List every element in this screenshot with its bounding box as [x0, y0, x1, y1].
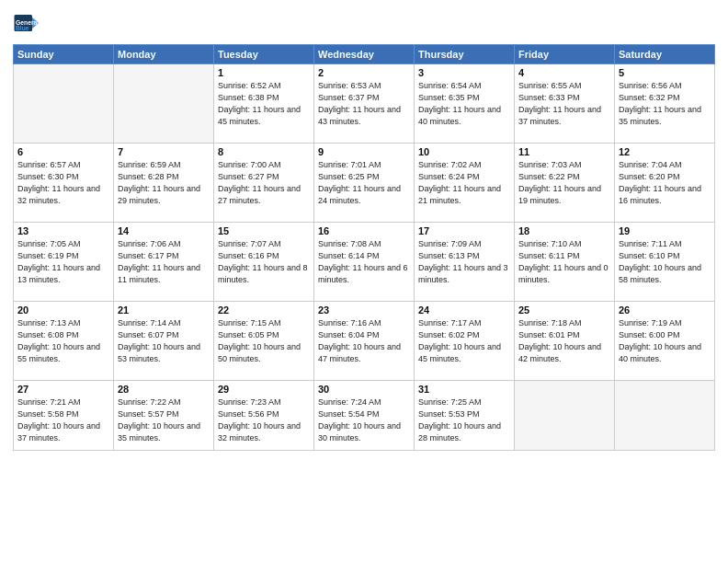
logo: General Blue	[13, 9, 43, 37]
calendar-day-cell: 8Sunrise: 7:00 AMSunset: 6:27 PMDaylight…	[214, 144, 314, 223]
day-info: Sunrise: 7:21 AMSunset: 5:58 PMDaylight:…	[17, 396, 109, 444]
day-info: Sunrise: 7:13 AMSunset: 6:08 PMDaylight:…	[17, 317, 109, 365]
day-info: Sunrise: 7:14 AMSunset: 6:07 PMDaylight:…	[118, 317, 210, 365]
calendar-day-cell: 13Sunrise: 7:05 AMSunset: 6:19 PMDayligh…	[14, 223, 114, 302]
day-number: 24	[418, 304, 510, 316]
page: General Blue SundayMondayTuesdayWednesda…	[0, 0, 728, 563]
calendar-day-cell: 1Sunrise: 6:52 AMSunset: 6:38 PMDaylight…	[214, 64, 314, 144]
calendar-day-cell	[615, 381, 715, 451]
calendar-day-cell: 20Sunrise: 7:13 AMSunset: 6:08 PMDayligh…	[14, 302, 114, 381]
calendar-day-cell: 16Sunrise: 7:08 AMSunset: 6:14 PMDayligh…	[314, 223, 415, 302]
day-number: 6	[17, 146, 109, 157]
day-info: Sunrise: 7:05 AMSunset: 6:19 PMDaylight:…	[17, 238, 109, 286]
calendar-day-cell: 28Sunrise: 7:22 AMSunset: 5:57 PMDayligh…	[114, 381, 214, 451]
header: General Blue	[13, 9, 715, 37]
day-info: Sunrise: 6:56 AMSunset: 6:32 PMDaylight:…	[619, 80, 711, 128]
day-number: 2	[318, 67, 410, 78]
day-number: 27	[17, 384, 109, 395]
day-number: 3	[418, 67, 510, 78]
day-info: Sunrise: 7:25 AMSunset: 5:53 PMDaylight:…	[418, 396, 510, 444]
day-info: Sunrise: 6:53 AMSunset: 6:37 PMDaylight:…	[318, 80, 410, 128]
calendar-day-cell: 23Sunrise: 7:16 AMSunset: 6:04 PMDayligh…	[314, 302, 415, 381]
day-number: 11	[518, 146, 610, 157]
day-info: Sunrise: 7:01 AMSunset: 6:25 PMDaylight:…	[318, 159, 410, 207]
calendar-day-cell: 31Sunrise: 7:25 AMSunset: 5:53 PMDayligh…	[415, 381, 515, 451]
day-number: 15	[218, 225, 310, 236]
day-info: Sunrise: 6:55 AMSunset: 6:33 PMDaylight:…	[518, 80, 610, 128]
calendar-day-cell: 5Sunrise: 6:56 AMSunset: 6:32 PMDaylight…	[615, 64, 715, 144]
calendar-day-cell	[14, 64, 114, 144]
day-number: 18	[518, 225, 610, 236]
svg-text:Blue: Blue	[16, 25, 29, 31]
day-number: 19	[619, 225, 711, 236]
day-info: Sunrise: 7:24 AMSunset: 5:54 PMDaylight:…	[318, 396, 410, 444]
day-number: 21	[118, 304, 210, 316]
day-info: Sunrise: 6:57 AMSunset: 6:30 PMDaylight:…	[17, 159, 109, 207]
calendar-day-cell: 6Sunrise: 6:57 AMSunset: 6:30 PMDaylight…	[14, 144, 114, 223]
day-number: 12	[619, 146, 711, 157]
day-info: Sunrise: 7:00 AMSunset: 6:27 PMDaylight:…	[218, 159, 310, 207]
day-info: Sunrise: 6:52 AMSunset: 6:38 PMDaylight:…	[218, 80, 310, 128]
weekday-header: Wednesday	[314, 45, 415, 64]
calendar-day-cell: 21Sunrise: 7:14 AMSunset: 6:07 PMDayligh…	[114, 302, 214, 381]
calendar-day-cell: 19Sunrise: 7:11 AMSunset: 6:10 PMDayligh…	[615, 223, 715, 302]
day-info: Sunrise: 7:17 AMSunset: 6:02 PMDaylight:…	[418, 317, 510, 365]
calendar-day-cell: 14Sunrise: 7:06 AMSunset: 6:17 PMDayligh…	[114, 223, 214, 302]
day-number: 26	[619, 304, 711, 316]
calendar-header-row: SundayMondayTuesdayWednesdayThursdayFrid…	[14, 45, 715, 64]
day-number: 14	[118, 225, 210, 236]
weekday-header: Sunday	[14, 45, 114, 64]
calendar-day-cell: 27Sunrise: 7:21 AMSunset: 5:58 PMDayligh…	[14, 381, 114, 451]
day-number: 25	[518, 304, 610, 316]
calendar-day-cell: 26Sunrise: 7:19 AMSunset: 6:00 PMDayligh…	[615, 302, 715, 381]
day-info: Sunrise: 7:09 AMSunset: 6:13 PMDaylight:…	[418, 238, 510, 286]
calendar-week-row: 1Sunrise: 6:52 AMSunset: 6:38 PMDaylight…	[14, 64, 715, 144]
day-number: 29	[218, 384, 310, 395]
day-number: 1	[218, 67, 310, 78]
calendar-day-cell: 11Sunrise: 7:03 AMSunset: 6:22 PMDayligh…	[515, 144, 615, 223]
calendar-week-row: 20Sunrise: 7:13 AMSunset: 6:08 PMDayligh…	[14, 302, 715, 381]
day-number: 22	[218, 304, 310, 316]
day-number: 20	[17, 304, 109, 316]
weekday-header: Monday	[114, 45, 214, 64]
day-number: 16	[318, 225, 410, 236]
calendar-day-cell	[515, 381, 615, 451]
day-number: 4	[518, 67, 610, 78]
weekday-header: Tuesday	[214, 45, 314, 64]
calendar-day-cell: 17Sunrise: 7:09 AMSunset: 6:13 PMDayligh…	[415, 223, 515, 302]
day-number: 10	[418, 146, 510, 157]
calendar-day-cell: 3Sunrise: 6:54 AMSunset: 6:35 PMDaylight…	[415, 64, 515, 144]
weekday-header: Saturday	[615, 45, 715, 64]
day-number: 13	[17, 225, 109, 236]
calendar-day-cell: 2Sunrise: 6:53 AMSunset: 6:37 PMDaylight…	[314, 64, 415, 144]
calendar-week-row: 27Sunrise: 7:21 AMSunset: 5:58 PMDayligh…	[14, 381, 715, 451]
weekday-header: Thursday	[415, 45, 515, 64]
day-info: Sunrise: 7:22 AMSunset: 5:57 PMDaylight:…	[118, 396, 210, 444]
day-info: Sunrise: 7:07 AMSunset: 6:16 PMDaylight:…	[218, 238, 310, 286]
day-info: Sunrise: 7:23 AMSunset: 5:56 PMDaylight:…	[218, 396, 310, 444]
day-number: 5	[619, 67, 711, 78]
calendar-week-row: 13Sunrise: 7:05 AMSunset: 6:19 PMDayligh…	[14, 223, 715, 302]
day-info: Sunrise: 7:15 AMSunset: 6:05 PMDaylight:…	[218, 317, 310, 365]
day-number: 30	[318, 384, 410, 395]
calendar-day-cell: 22Sunrise: 7:15 AMSunset: 6:05 PMDayligh…	[214, 302, 314, 381]
calendar-day-cell: 4Sunrise: 6:55 AMSunset: 6:33 PMDaylight…	[515, 64, 615, 144]
day-info: Sunrise: 7:03 AMSunset: 6:22 PMDaylight:…	[518, 159, 610, 207]
day-number: 9	[318, 146, 410, 157]
day-info: Sunrise: 7:08 AMSunset: 6:14 PMDaylight:…	[318, 238, 410, 286]
day-number: 31	[418, 384, 510, 395]
day-number: 7	[118, 146, 210, 157]
calendar-day-cell: 7Sunrise: 6:59 AMSunset: 6:28 PMDaylight…	[114, 144, 214, 223]
day-info: Sunrise: 7:19 AMSunset: 6:00 PMDaylight:…	[619, 317, 711, 365]
calendar-day-cell: 25Sunrise: 7:18 AMSunset: 6:01 PMDayligh…	[515, 302, 615, 381]
calendar-week-row: 6Sunrise: 6:57 AMSunset: 6:30 PMDaylight…	[14, 144, 715, 223]
day-info: Sunrise: 7:10 AMSunset: 6:11 PMDaylight:…	[518, 238, 610, 286]
day-number: 8	[218, 146, 310, 157]
day-info: Sunrise: 7:18 AMSunset: 6:01 PMDaylight:…	[518, 317, 610, 365]
day-number: 17	[418, 225, 510, 236]
calendar-day-cell: 18Sunrise: 7:10 AMSunset: 6:11 PMDayligh…	[515, 223, 615, 302]
day-info: Sunrise: 6:59 AMSunset: 6:28 PMDaylight:…	[118, 159, 210, 207]
day-number: 23	[318, 304, 410, 316]
day-info: Sunrise: 6:54 AMSunset: 6:35 PMDaylight:…	[418, 80, 510, 128]
calendar-day-cell: 9Sunrise: 7:01 AMSunset: 6:25 PMDaylight…	[314, 144, 415, 223]
